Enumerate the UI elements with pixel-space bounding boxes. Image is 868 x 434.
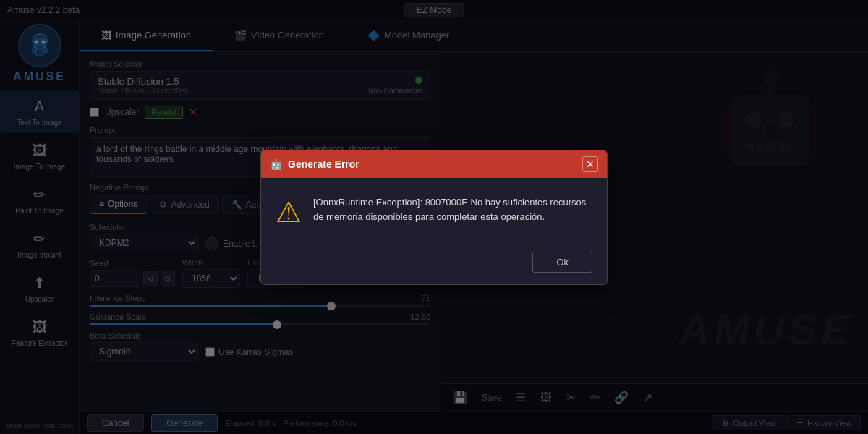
modal-ok-button[interactable]: Ok [532, 252, 592, 273]
modal-header: 🤖 Generate Error ✕ [261, 150, 607, 178]
modal-header-icon: 🤖 [270, 158, 282, 170]
modal-overlay: 🤖 Generate Error ✕ ⚠ [OnnxRuntime Except… [0, 0, 868, 434]
modal-close-button[interactable]: ✕ [582, 156, 598, 172]
modal-footer: Ok [261, 246, 607, 284]
modal-body: ⚠ [OnnxRuntime Exception]: 8007000E No h… [261, 178, 607, 246]
generate-error-modal: 🤖 Generate Error ✕ ⚠ [OnnxRuntime Except… [260, 150, 608, 285]
modal-header-title: 🤖 Generate Error [270, 158, 359, 170]
modal-title-text: Generate Error [288, 158, 359, 170]
modal-message: [OnnxRuntime Exception]: 8007000E No hay… [313, 195, 592, 226]
warning-icon: ⚠ [276, 195, 302, 229]
